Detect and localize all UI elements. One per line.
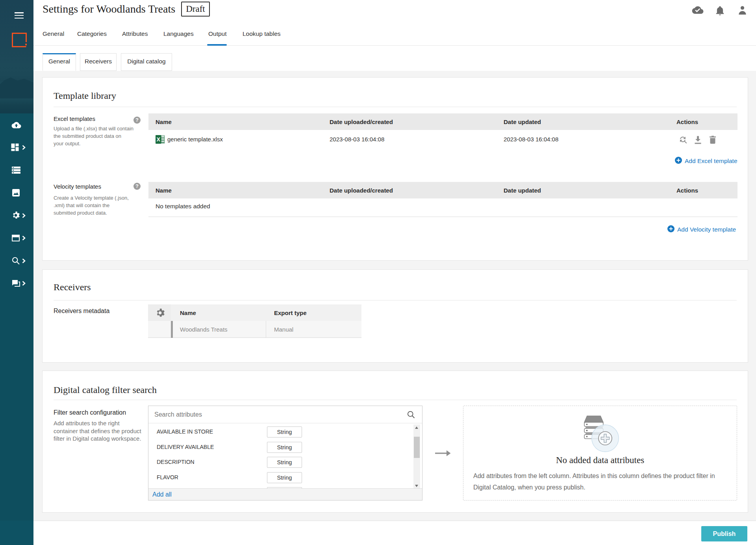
svg-text:X: X: [156, 136, 160, 143]
